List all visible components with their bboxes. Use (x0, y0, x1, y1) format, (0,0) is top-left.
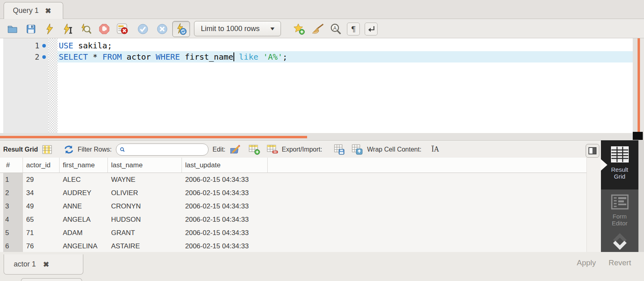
open-file-button[interactable] (6, 19, 19, 38)
table-cell[interactable]: 34 (23, 186, 60, 200)
editor-code[interactable]: USE sakila;SELECT * FROM actor WHERE fir… (58, 38, 633, 133)
table-cell[interactable]: GRANT (108, 226, 182, 239)
find-button[interactable]: A (329, 19, 342, 38)
wrap-text-toggle[interactable] (365, 23, 378, 35)
limit-rows-value: Limit to 1000 rows (201, 25, 260, 33)
actor-tab-label: actor 1 (14, 260, 36, 269)
panel-toggle-icon (588, 147, 597, 154)
export-button[interactable] (334, 141, 345, 158)
table-cell[interactable]: 2006-02-15 04:34:33 (182, 213, 268, 226)
filter-rows-field[interactable] (128, 145, 208, 154)
table-cell[interactable]: CRONYN (108, 200, 182, 213)
table-cell[interactable]: WAYNE (108, 173, 182, 186)
table-cell[interactable]: ASTAIRE (108, 239, 182, 252)
table-cell[interactable]: 2006-02-15 04:34:33 (182, 186, 268, 200)
import-button[interactable] (352, 141, 363, 158)
explain-plan-button[interactable] (80, 19, 93, 38)
grid-right-gap (586, 158, 601, 252)
stop-hand-icon (99, 24, 109, 34)
table-row[interactable]: 571ADAMGRANT2006-02-15 04:34:33 (3, 226, 586, 239)
table-cell[interactable]: AUDREY (60, 186, 108, 200)
table-cell[interactable]: 76 (23, 239, 60, 252)
table-cell[interactable]: 2006-02-15 04:34:33 (182, 200, 268, 213)
add-row-button[interactable] (249, 141, 260, 158)
column-header-first_name[interactable]: first_name (60, 158, 108, 173)
autocommit-icon (175, 23, 187, 35)
table-cell[interactable]: 2006-02-15 04:34:33 (182, 239, 268, 252)
table-cell[interactable]: ANGELINA (60, 239, 108, 252)
stop-query-button[interactable] (98, 19, 110, 38)
row-number-cell: 5 (3, 226, 23, 239)
code-line[interactable]: USE sakila; (58, 40, 633, 51)
table-cell[interactable]: ANGELA (60, 213, 108, 226)
chevron-down-icon[interactable] (612, 240, 628, 251)
table-row[interactable]: 465ANGELAHUDSON2006-02-15 04:34:33 (3, 213, 586, 226)
editor-hscrollbar-track[interactable] (0, 133, 644, 140)
rollback-x-icon (157, 24, 167, 34)
revert-button[interactable]: Revert (609, 258, 631, 267)
table-row[interactable]: 234AUDREYOLIVIER2006-02-15 04:34:33 (3, 186, 586, 200)
table-cell[interactable]: ANNE (60, 200, 108, 213)
code-line[interactable]: SELECT * FROM actor WHERE first_name lik… (58, 51, 633, 62)
search-icon (120, 146, 125, 154)
next-panel-tab-partial[interactable] (21, 278, 82, 281)
table-cell[interactable]: 65 (23, 213, 60, 226)
limit-rows-dropdown[interactable]: Limit to 1000 rows ▼ (194, 21, 281, 36)
stop-on-error-toggle[interactable] (116, 19, 129, 38)
table-row[interactable]: 349ANNECRONYN2006-02-15 04:34:33 (3, 200, 586, 213)
wrap-cell-toggle[interactable]: ĪA (431, 141, 439, 158)
table-cell[interactable]: OLIVIER (108, 186, 182, 200)
table-row[interactable]: 129ALECWAYNE2006-02-15 04:34:33 (3, 173, 586, 186)
editor-vscrollbar-track[interactable] (633, 38, 638, 133)
tab-query-1[interactable]: Query 1 ✖ (4, 2, 63, 19)
table-cell[interactable]: ALEC (60, 173, 108, 186)
table-cell[interactable]: 2006-02-15 04:34:33 (182, 226, 268, 239)
line-number: 2 (3, 51, 48, 62)
filter-rows-input[interactable] (116, 144, 208, 156)
save-button[interactable] (25, 19, 37, 38)
apply-button[interactable]: Apply (577, 258, 596, 267)
commit-button[interactable] (137, 19, 149, 38)
edit-record-button[interactable] (230, 141, 241, 158)
editor-right-margin (640, 38, 644, 133)
delete-row-button[interactable] (267, 141, 278, 158)
result-grid-view-button[interactable] (42, 141, 52, 158)
edit-pencil-icon (230, 145, 241, 154)
row-number-cell: 2 (3, 186, 23, 200)
row-number-cell: 4 (3, 213, 23, 226)
row-number-cell: 3 (3, 200, 23, 213)
table-cell[interactable]: 49 (23, 200, 60, 213)
refresh-button[interactable] (64, 141, 74, 158)
sql-editor[interactable]: 12 USE sakila;SELECT * FROM actor WHERE … (0, 38, 644, 133)
execute-query-button[interactable] (43, 19, 56, 38)
scroll-corner-handle[interactable] (633, 132, 643, 140)
row-number-cell: 1 (3, 173, 23, 186)
column-header-actor_id[interactable]: actor_id (23, 158, 60, 173)
execute-statement-button[interactable] (62, 19, 74, 38)
column-header-last_update[interactable]: last_update (182, 158, 268, 173)
table-cell[interactable]: HUDSON (108, 213, 182, 226)
show-invisibles-toggle[interactable]: ¶ (347, 23, 360, 35)
tab-actor-1[interactable]: actor 1 ✖ (4, 254, 83, 275)
autocommit-toggle[interactable] (172, 21, 190, 37)
table-cell[interactable]: 2006-02-15 04:34:33 (182, 173, 268, 186)
save-snippet-button[interactable] (292, 19, 306, 38)
refresh-icon (64, 145, 74, 154)
close-icon[interactable]: ✖ (45, 6, 51, 15)
table-cell[interactable]: 71 (23, 226, 60, 239)
toggle-sidebar-button[interactable] (586, 142, 599, 159)
rollback-button[interactable] (156, 19, 168, 38)
wrap-arrow-icon (367, 25, 375, 33)
table-cell[interactable]: 29 (23, 173, 60, 186)
sidebar-item-form-editor[interactable]: Form Editor (601, 192, 638, 230)
editor-hscrollbar-thumb[interactable] (0, 136, 307, 138)
grid-rows[interactable]: 129ALECWAYNE2006-02-15 04:34:33234AUDREY… (0, 173, 586, 252)
beautify-button[interactable] (311, 19, 324, 38)
table-cell[interactable]: ADAM (60, 226, 108, 239)
column-header-last_name[interactable]: last_name (108, 158, 182, 173)
close-icon[interactable]: ✖ (43, 260, 49, 269)
table-row[interactable]: 676ANGELINAASTAIRE2006-02-15 04:34:33 (3, 239, 586, 252)
column-header-rownum[interactable]: # (3, 158, 23, 173)
grid-header-row[interactable]: #actor_idfirst_namelast_namelast_update (0, 158, 586, 173)
table-add-row-icon (249, 144, 260, 155)
